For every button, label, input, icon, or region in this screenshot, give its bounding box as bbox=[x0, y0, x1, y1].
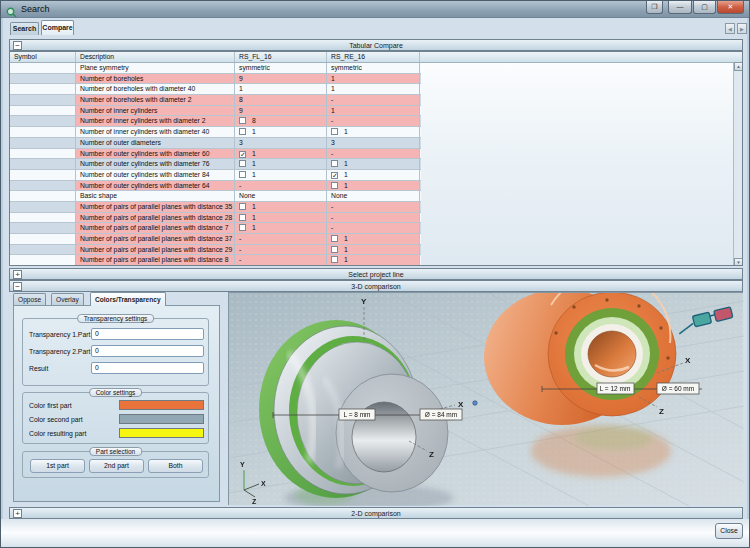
window-restore-button[interactable]: ❐ bbox=[646, 1, 663, 14]
table-row[interactable]: Number of outer cylinders with diameter … bbox=[10, 159, 421, 170]
value-checkbox[interactable] bbox=[331, 235, 338, 242]
table-row[interactable]: Number of pairs of parallel planes with … bbox=[10, 245, 421, 256]
table-row[interactable]: Number of outer cylinders with diameter … bbox=[10, 149, 421, 160]
value-text: 3 bbox=[331, 139, 335, 146]
window-maximize-button[interactable]: ▢ bbox=[693, 1, 716, 14]
threed-viewport[interactable]: Y X Z X Z L = 8 mm Ø = 84 m bbox=[228, 292, 743, 505]
twod-title: 2-D comparison bbox=[351, 510, 400, 517]
value-text: - bbox=[239, 246, 241, 253]
value-checkbox[interactable] bbox=[239, 203, 246, 210]
rsfl16-value-cell: 1 bbox=[235, 84, 327, 94]
select-project-line-bar[interactable]: + Select project line bbox=[9, 268, 743, 280]
table-row[interactable]: Number of pairs of parallel planes with … bbox=[10, 213, 421, 224]
value-checkbox[interactable]: ✓ bbox=[331, 172, 338, 179]
value-text: 1 bbox=[252, 214, 256, 221]
table-row[interactable]: Number of pairs of parallel planes with … bbox=[10, 223, 421, 234]
tab-search[interactable]: Search bbox=[10, 22, 39, 35]
transparency-2-input[interactable]: 0 bbox=[91, 345, 204, 357]
part-selection-title: Part selection bbox=[89, 447, 142, 456]
table-row[interactable]: Plane symmetrysymmetricsymmetric bbox=[10, 63, 421, 74]
symbol-cell bbox=[10, 191, 76, 201]
first-part-button[interactable]: 1st part bbox=[30, 459, 85, 473]
window-close-button[interactable]: ✕ bbox=[717, 1, 744, 14]
value-text: - bbox=[239, 182, 241, 189]
value-text: 1 bbox=[331, 85, 335, 92]
table-row[interactable]: Number of boreholes with diameter 4011 bbox=[10, 84, 421, 95]
value-text: 1 bbox=[344, 182, 348, 189]
tab-overlay-label: Overlay bbox=[56, 296, 79, 303]
tabular-compare-collapse-button[interactable]: − bbox=[13, 41, 22, 50]
transparency-1-input[interactable]: 0 bbox=[91, 328, 204, 340]
twod-comparison-bar[interactable]: + 2-D comparison bbox=[9, 507, 743, 519]
rsre16-value-cell: 1 bbox=[327, 234, 420, 244]
table-row[interactable]: Number of pairs of parallel planes with … bbox=[10, 255, 421, 266]
rsre16-value-cell: ✓1 bbox=[327, 170, 420, 180]
tab-next-icon: ▶ bbox=[740, 26, 744, 32]
rsfl16-value-cell: 8 bbox=[235, 95, 327, 105]
window-minimize-button[interactable]: — bbox=[668, 1, 692, 14]
table-row[interactable]: Number of outer diameters33 bbox=[10, 138, 421, 149]
value-checkbox[interactable] bbox=[239, 160, 246, 167]
value-checkbox[interactable] bbox=[239, 214, 246, 221]
tab-colors-transparency[interactable]: Colors/Transparency bbox=[90, 292, 166, 306]
triad-z-label: Z bbox=[252, 498, 257, 505]
value-checkbox[interactable] bbox=[331, 182, 338, 189]
part2-length-label: L = 12 mm bbox=[600, 385, 631, 392]
value-checkbox[interactable] bbox=[239, 224, 246, 231]
value-checkbox[interactable] bbox=[239, 117, 246, 124]
table-row[interactable]: Number of outer cylinders with diameter … bbox=[10, 170, 421, 181]
scroll-up-button[interactable]: ▲ bbox=[734, 62, 743, 71]
color-resulting-part-swatch[interactable] bbox=[119, 428, 204, 438]
symbol-cell bbox=[10, 84, 76, 94]
second-part-button[interactable]: 2nd part bbox=[89, 459, 144, 473]
select-project-expand-button[interactable]: + bbox=[13, 270, 22, 279]
color-first-part-swatch[interactable] bbox=[119, 400, 204, 410]
value-text: - bbox=[239, 235, 241, 242]
value-checkbox[interactable] bbox=[331, 128, 338, 135]
tab-scroll-right-button[interactable]: ▶ bbox=[737, 23, 747, 34]
tab-scroll-left-button[interactable]: ◀ bbox=[725, 23, 735, 34]
part2-model[interactable] bbox=[484, 293, 676, 425]
value-checkbox[interactable] bbox=[239, 128, 246, 135]
table-row[interactable]: Basic shapeNoneNone bbox=[10, 191, 421, 202]
table-row[interactable]: Number of inner cylinders with diameter … bbox=[10, 116, 421, 127]
tabular-compare-bar[interactable]: − Tabular Compare bbox=[9, 39, 743, 51]
table-row[interactable]: Number of boreholes91 bbox=[10, 74, 421, 85]
value-text: - bbox=[331, 203, 333, 210]
table-row[interactable]: Number of pairs of parallel planes with … bbox=[10, 234, 421, 245]
value-text: 8 bbox=[252, 117, 256, 124]
table-row[interactable]: Number of boreholes with diameter 28- bbox=[10, 95, 421, 106]
value-checkbox[interactable] bbox=[239, 171, 246, 178]
column-header-rsre16[interactable]: RS_RE_16 bbox=[327, 52, 420, 62]
threed-comparison-bar[interactable]: − 3-D comparison bbox=[9, 280, 743, 292]
column-header-description[interactable]: Description bbox=[76, 52, 235, 62]
value-text: 1 bbox=[344, 128, 348, 135]
result-input[interactable]: 0 bbox=[91, 362, 204, 374]
threed-collapse-button[interactable]: − bbox=[13, 282, 22, 291]
column-header-rsfl16[interactable]: RS_FL_16 bbox=[235, 52, 327, 62]
value-checkbox[interactable] bbox=[331, 160, 338, 167]
value-text: - bbox=[331, 96, 333, 103]
value-checkbox[interactable]: ✓ bbox=[239, 151, 246, 158]
rsfl16-value-cell: 3 bbox=[235, 138, 327, 148]
table-row[interactable]: Number of pairs of parallel planes with … bbox=[10, 202, 421, 213]
description-cell: Number of pairs of parallel planes with … bbox=[76, 213, 235, 223]
column-header-symbol[interactable]: Symbol bbox=[10, 52, 76, 62]
twod-expand-button[interactable]: + bbox=[13, 509, 22, 518]
table-row[interactable]: Number of inner cylinders91 bbox=[10, 106, 421, 117]
table-scrollbar[interactable]: ▲ ▼ bbox=[733, 63, 742, 266]
part2-z-axis-label: Z bbox=[659, 407, 664, 416]
symbol-cell bbox=[10, 106, 76, 116]
title-bar[interactable]: Search bbox=[1, 1, 749, 18]
both-parts-button[interactable]: Both bbox=[148, 459, 203, 473]
symbol-cell bbox=[10, 234, 76, 244]
symbol-cell bbox=[10, 138, 76, 148]
scroll-down-button[interactable]: ▼ bbox=[734, 258, 743, 266]
close-button[interactable]: Close bbox=[715, 523, 743, 539]
color-second-part-swatch[interactable] bbox=[119, 414, 204, 424]
value-checkbox[interactable] bbox=[331, 256, 338, 263]
table-row[interactable]: Number of outer cylinders with diameter … bbox=[10, 181, 421, 192]
value-checkbox[interactable] bbox=[331, 246, 338, 253]
table-row[interactable]: Number of inner cylinders with diameter … bbox=[10, 127, 421, 138]
tab-compare[interactable]: Compare bbox=[41, 20, 74, 35]
